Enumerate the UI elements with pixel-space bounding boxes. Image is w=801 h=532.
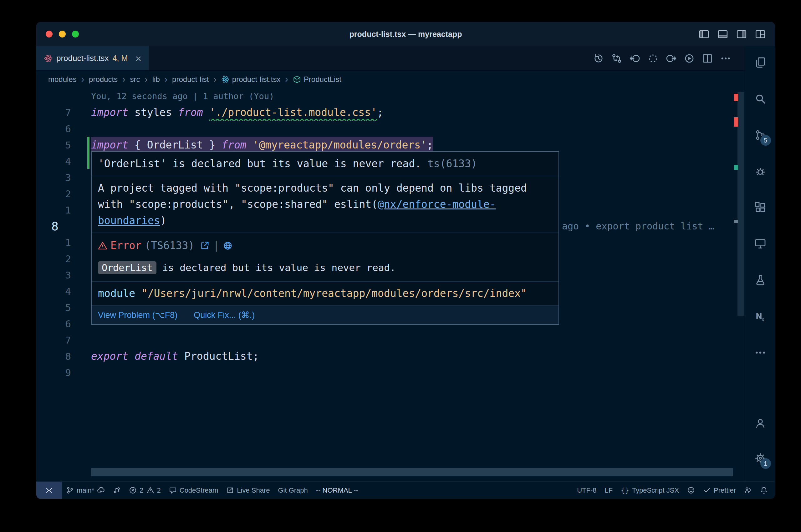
encoding-status-item[interactable]: UTF-8 [573,482,600,499]
remote-explorer-icon[interactable] [753,236,768,251]
breadcrumb-file[interactable]: product-list.tsx [221,75,281,84]
breadcrumb-item-products[interactable]: products [89,75,117,84]
breadcrumb-item-product-list[interactable]: product-list [172,75,209,84]
prettier-status-item[interactable]: Prettier [699,482,740,499]
code-row[interactable]: 5import { OrderList } from '@myreactapp/… [36,137,733,153]
code-content[interactable]: export default ProductList; [91,348,733,364]
code-editor[interactable]: You, 12 seconds ago | 1 author (You)7imp… [36,88,745,481]
line-number[interactable]: 6 [36,318,91,329]
code-content[interactable] [91,332,733,348]
toggle-secondary-sidebar-icon[interactable] [736,29,747,39]
open-external-icon[interactable] [200,241,209,250]
line-number[interactable]: 5 [36,302,91,313]
line-number[interactable]: 2 [36,188,91,200]
line-number[interactable]: 3 [36,172,91,183]
code-row[interactable]: 7import styles from './product-list.modu… [36,104,733,121]
globe-icon[interactable] [223,241,233,250]
zoom-window-button[interactable] [72,31,79,38]
codelens-row[interactable]: You, 12 seconds ago | 1 author (You) [36,88,733,104]
code-content[interactable]: import { OrderList } from '@myreactapp/m… [91,137,733,153]
line-number[interactable]: 5 [36,139,91,151]
remote-indicator[interactable] [36,482,62,499]
breadcrumb-item-lib[interactable]: lib [152,75,160,84]
branch-compare-status-item[interactable] [109,482,125,499]
run-debug-icon[interactable] [753,164,768,179]
line-number[interactable]: 6 [36,123,91,134]
tab-close-icon[interactable]: × [135,53,142,64]
liveshare-status-item[interactable]: Live Share [222,482,274,499]
extensions-icon[interactable] [753,200,768,215]
line-number[interactable]: 3 [36,269,91,281]
line-number[interactable]: 7 [36,107,91,118]
line-number[interactable]: 9 [36,367,91,378]
chevron-right-icon: › [145,75,147,84]
line-number[interactable]: 7 [36,335,91,346]
git-compare-icon[interactable] [611,53,622,64]
editor-actions [593,46,731,70]
toggle-panel-icon[interactable] [717,29,728,39]
explorer-icon[interactable] [753,55,768,70]
overview-ruler[interactable] [733,88,745,481]
prettier-label: Prettier [714,486,736,494]
line-number[interactable]: 8 [36,351,91,362]
chevron-right-icon: › [213,75,216,84]
breadcrumb-item-src[interactable]: src [130,75,140,84]
horizontal-scrollbar[interactable] [91,468,733,476]
language-label: TypeScript JSX [632,486,679,494]
settings-icon[interactable]: 1 [753,451,768,466]
symbol-cube-icon [293,75,301,83]
vertical-scrollbar-thumb[interactable] [738,92,744,316]
source-control-icon[interactable]: 5 [753,128,768,142]
vim-mode-indicator[interactable]: -- NORMAL -- [312,482,362,499]
accounts-icon[interactable] [753,416,768,431]
close-window-button[interactable] [46,31,53,38]
line-number[interactable]: 4 [36,156,91,167]
source-control-badge: 5 [760,135,771,146]
minimize-window-button[interactable] [59,31,66,38]
code-content[interactable]: import styles from './product-list.modul… [91,104,733,121]
codelens-annotation[interactable]: You, 12 seconds ago | 1 author (You) [91,88,274,104]
tab-product-list[interactable]: product-list.tsx 4, M × [36,46,149,70]
problems-status-item[interactable]: 2 2 [125,482,165,499]
line-number[interactable]: 2 [36,253,91,264]
code-row[interactable]: 7 [36,332,733,348]
code-row[interactable]: 6 [36,121,733,137]
branch-status-item[interactable]: main* [62,482,109,499]
line-number[interactable]: 8 [36,220,91,233]
codestream-status-item[interactable]: CodeStream [165,482,222,499]
split-editor-icon[interactable] [702,53,713,64]
navigate-back-icon[interactable] [629,53,640,64]
code-content[interactable] [91,121,733,137]
code-row[interactable]: 8export default ProductList; [36,348,733,364]
line-number[interactable]: 1 [36,237,91,248]
testing-icon[interactable] [753,272,768,288]
hover-status-section: Error(TS6133) | OrderList is declared bu… [92,233,559,282]
code-row[interactable]: 9 [36,364,733,381]
search-icon[interactable] [753,91,768,106]
timeline-icon[interactable] [593,53,604,64]
line-number[interactable]: 4 [36,286,91,297]
more-actions-icon[interactable] [720,53,731,64]
quick-fix-button[interactable]: Quick Fix... (⌘.) [194,307,255,323]
circle-outline-icon[interactable] [648,53,659,64]
navigate-forward-icon[interactable] [666,53,677,64]
tab-modified-badge: 4, M [113,54,128,63]
customize-layout-icon[interactable] [755,29,766,39]
notifications-status-item[interactable] [756,482,772,499]
run-icon[interactable] [684,53,695,64]
code-content[interactable]: You, 12 seconds ago | 1 author (You) [91,88,733,104]
line-number[interactable]: 1 [36,205,91,216]
code-content[interactable] [91,364,733,381]
warning-triangle-icon [146,486,154,494]
gitgraph-status-item[interactable]: Git Graph [274,482,312,499]
breadcrumb-symbol[interactable]: ProductList [293,75,341,84]
nx-console-icon[interactable]: Nx [753,309,768,324]
feedback-person-status-item[interactable] [740,482,756,499]
more-views-icon[interactable] [753,345,768,360]
feedback-status-item[interactable] [683,482,699,499]
breadcrumb-item-modules[interactable]: modules [48,75,77,84]
toggle-primary-sidebar-icon[interactable] [699,29,709,39]
language-status-item[interactable]: {} TypeScript JSX [617,482,683,499]
view-problem-button[interactable]: View Problem (⌥F8) [98,307,177,323]
eol-status-item[interactable]: LF [601,482,617,499]
